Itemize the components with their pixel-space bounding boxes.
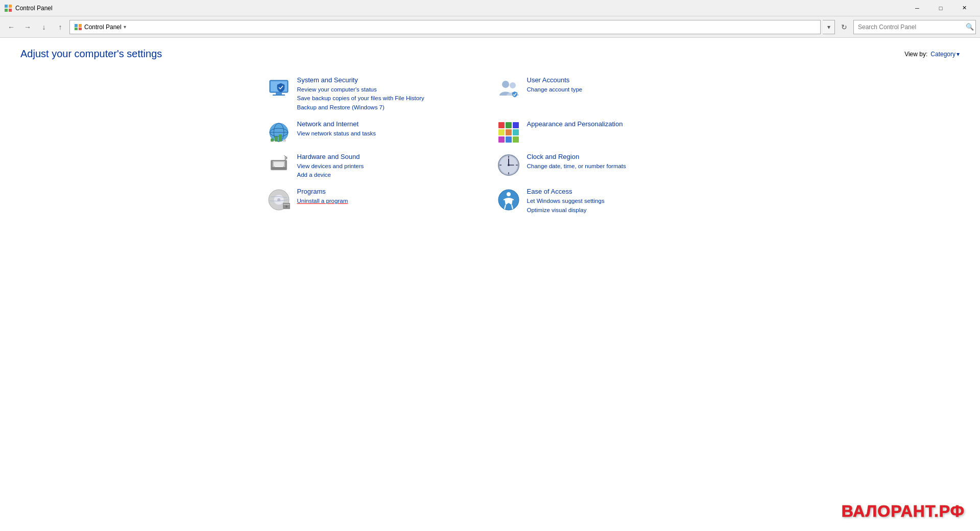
system-security-icon [267, 76, 291, 101]
svg-rect-50 [283, 204, 290, 205]
ease-of-access-icon [496, 188, 521, 212]
address-path[interactable]: Control Panel ▾ [69, 20, 821, 34]
svg-rect-28 [498, 136, 505, 143]
user-accounts-link-1[interactable]: Change account type [527, 85, 714, 94]
svg-rect-23 [506, 122, 512, 128]
hardware-sound-text: Hardware and Sound View devices and prin… [297, 153, 484, 180]
svg-rect-35 [275, 166, 283, 167]
clock-region-link-1[interactable]: Change date, time, or number formats [527, 162, 714, 171]
category-ease-of-access[interactable]: Ease of Access Let Windows suggest setti… [490, 183, 720, 219]
network-internet-title[interactable]: Network and Internet [297, 120, 359, 128]
category-network-internet[interactable]: Network and Internet View network status… [260, 116, 490, 149]
path-arrow: ▾ [124, 24, 126, 30]
svg-rect-34 [272, 167, 286, 169]
svg-point-53 [507, 192, 511, 196]
programs-link-1[interactable]: Uninstall a program [297, 197, 484, 205]
hardware-sound-link-2[interactable]: Add a device [297, 171, 484, 179]
down-button[interactable]: ↓ [37, 20, 51, 34]
svg-point-51 [285, 205, 288, 207]
svg-rect-6 [75, 28, 78, 30]
category-user-accounts[interactable]: User Accounts Change account type [490, 72, 720, 116]
svg-point-12 [502, 81, 509, 88]
svg-rect-5 [79, 24, 82, 27]
svg-rect-29 [506, 136, 512, 143]
address-bar: ← → ↓ ↑ Control Panel ▾ ▾ ↻ 🔍 [0, 16, 980, 38]
system-security-link-1[interactable]: Review your computer's status [297, 85, 484, 94]
main-content: Adjust your computer's settings View by:… [0, 38, 980, 531]
svg-rect-25 [498, 129, 505, 135]
ease-of-access-link-2[interactable]: Optimize visual display [527, 206, 714, 215]
path-icon [74, 23, 82, 31]
user-accounts-icon [496, 76, 521, 101]
minimize-button[interactable]: ─ [905, 0, 929, 16]
svg-rect-1 [9, 5, 12, 8]
svg-rect-24 [513, 122, 519, 128]
search-container: 🔍 [853, 20, 976, 34]
system-security-text: System and Security Review your computer… [297, 76, 484, 112]
programs-title[interactable]: Programs [297, 188, 326, 195]
svg-rect-7 [79, 28, 82, 30]
appearance-title[interactable]: Appearance and Personalization [527, 120, 623, 128]
svg-rect-18 [271, 138, 274, 142]
maximize-button[interactable]: □ [929, 0, 952, 16]
svg-rect-0 [5, 5, 8, 8]
view-by-dropdown[interactable]: Category ▾ [930, 51, 960, 58]
svg-rect-30 [513, 136, 519, 143]
user-accounts-text: User Accounts Change account type [527, 76, 714, 94]
title-bar-left: Control Panel [4, 4, 53, 12]
title-bar-app-icon [4, 4, 12, 12]
system-security-link-2[interactable]: Save backup copies of your files with Fi… [297, 94, 484, 103]
system-security-title[interactable]: System and Security [297, 76, 358, 84]
network-internet-icon [267, 120, 291, 145]
title-bar-text: Control Panel [15, 5, 53, 12]
clock-region-icon [496, 153, 521, 177]
watermark: ВАЛОРАНТ.РФ [842, 502, 965, 521]
hardware-sound-link-1[interactable]: View devices and printers [297, 162, 484, 171]
network-internet-text: Network and Internet View network status… [297, 120, 484, 138]
forward-button[interactable]: → [20, 20, 35, 34]
svg-rect-2 [5, 9, 8, 12]
appearance-icon [496, 120, 521, 145]
view-by: View by: Category ▾ [904, 51, 960, 58]
svg-rect-3 [9, 9, 12, 12]
search-input[interactable] [853, 20, 976, 34]
system-security-link-3[interactable]: Backup and Restore (Windows 7) [297, 103, 484, 112]
path-control-panel: Control Panel [84, 24, 122, 31]
view-by-value-text: Category [930, 51, 955, 58]
categories-grid: System and Security Review your computer… [260, 72, 720, 219]
svg-point-13 [510, 82, 516, 88]
ease-of-access-title[interactable]: Ease of Access [527, 188, 572, 195]
address-dropdown-button[interactable]: ▾ [823, 20, 835, 34]
svg-rect-33 [274, 162, 284, 166]
svg-rect-21 [283, 140, 286, 142]
refresh-button[interactable]: ↻ [837, 20, 851, 34]
back-button[interactable]: ← [4, 20, 18, 34]
clock-region-title[interactable]: Clock and Region [527, 153, 580, 160]
view-by-arrow: ▾ [957, 51, 960, 58]
hardware-sound-title[interactable]: Hardware and Sound [297, 153, 360, 160]
user-accounts-title[interactable]: User Accounts [527, 76, 570, 84]
category-programs[interactable]: Programs Uninstall a program [260, 183, 490, 219]
svg-rect-4 [75, 24, 78, 27]
svg-rect-10 [276, 93, 282, 95]
close-button[interactable]: ✕ [952, 0, 976, 16]
svg-point-45 [508, 164, 510, 166]
svg-rect-20 [279, 134, 282, 142]
category-hardware-sound[interactable]: Hardware and Sound View devices and prin… [260, 149, 490, 184]
svg-rect-27 [513, 129, 519, 135]
page-title: Adjust your computer's settings [20, 48, 162, 60]
title-bar: Control Panel ─ □ ✕ [0, 0, 980, 16]
svg-rect-26 [506, 129, 512, 135]
view-by-label: View by: [904, 51, 927, 58]
ease-of-access-link-1[interactable]: Let Windows suggest settings [527, 197, 714, 205]
up-button[interactable]: ↑ [53, 20, 67, 34]
category-clock-region[interactable]: Clock and Region Change date, time, or n… [490, 149, 720, 184]
search-button[interactable]: 🔍 [966, 23, 974, 31]
page-header: Adjust your computer's settings View by:… [20, 48, 960, 60]
clock-region-text: Clock and Region Change date, time, or n… [527, 153, 714, 171]
category-appearance[interactable]: Appearance and Personalization [490, 116, 720, 149]
network-internet-link-1[interactable]: View network status and tasks [297, 129, 484, 138]
category-system-security[interactable]: System and Security Review your computer… [260, 72, 490, 116]
ease-of-access-text: Ease of Access Let Windows suggest setti… [527, 188, 714, 215]
title-bar-controls: ─ □ ✕ [905, 0, 976, 16]
